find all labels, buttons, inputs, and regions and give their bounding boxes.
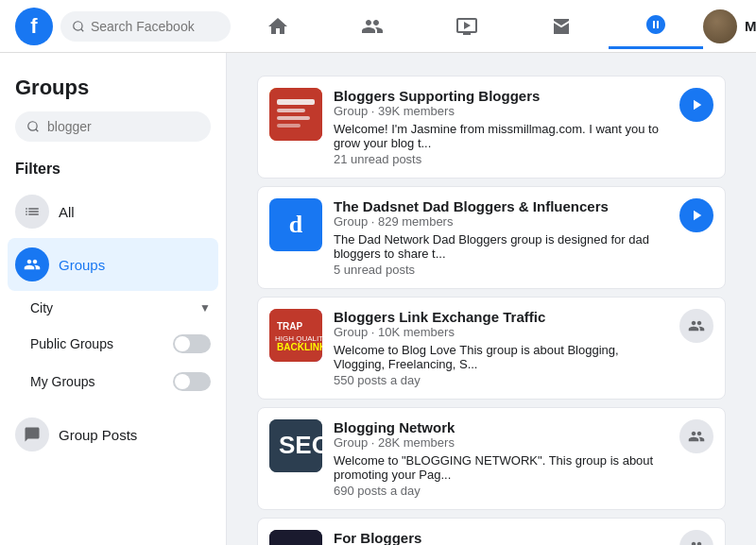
group-card[interactable]: TRAPHIGH QUALITYBACKLINKS Bloggers Link … — [257, 297, 726, 400]
group-posts-icon — [15, 417, 49, 451]
group-thumbnail — [269, 530, 322, 545]
sidebar-search-box[interactable] — [15, 111, 211, 142]
filters-label: Filters — [8, 157, 218, 185]
nav-watch-button[interactable] — [420, 4, 514, 49]
my-groups-label: My Groups — [30, 374, 94, 389]
group-meta: Group · 28K members — [334, 435, 668, 450]
group-action[interactable] — [679, 198, 713, 232]
group-info: Bloggers Link Exchange Traffic Group · 1… — [334, 309, 668, 387]
layout: Groups Filters All Groups City ▼ — [0, 53, 756, 545]
group-info: For Bloggers Group · 33K members Share y… — [334, 530, 668, 545]
nav-right: Marc + — [703, 9, 756, 43]
groups-icon — [644, 13, 667, 36]
group-posts-count: 21 unread posts — [334, 152, 668, 166]
nav-home-button[interactable] — [231, 4, 325, 49]
svg-rect-4 — [269, 88, 322, 141]
group-name: For Bloggers — [334, 530, 668, 545]
group-name: Bloggers Link Exchange Traffic — [334, 309, 668, 325]
group-card[interactable]: SEO Blogging Network Group · 28K members… — [257, 407, 726, 510]
svg-line-3 — [36, 129, 39, 132]
avatar[interactable] — [703, 9, 737, 43]
group-thumbnail — [269, 88, 322, 141]
public-groups-toggle[interactable] — [173, 334, 211, 353]
sidebar-city-filter[interactable]: City ▼ — [15, 291, 218, 325]
group-info: Blogging Network Group · 28K members Wel… — [334, 419, 668, 498]
group-posts-count: 550 posts a day — [334, 373, 668, 387]
svg-text:SEO: SEO — [279, 431, 322, 459]
nav-search-input[interactable] — [91, 19, 219, 34]
my-groups-toggle[interactable] — [173, 372, 211, 391]
nav-left: f — [15, 8, 231, 45]
sidebar-sub-filters: City ▼ Public Groups My Groups — [15, 291, 218, 400]
group-join-button[interactable] — [679, 419, 713, 453]
sidebar-item-group-posts[interactable]: Group Posts — [8, 408, 218, 461]
nav-search-box[interactable] — [60, 11, 231, 42]
group-posts-count: 690 posts a day — [334, 484, 668, 498]
nav-friends-button[interactable] — [325, 4, 420, 49]
sidebar-item-groups[interactable]: Groups — [8, 238, 218, 291]
group-description: Welcome to Blog Love This group is about… — [334, 343, 668, 371]
sidebar-search-input[interactable] — [47, 119, 199, 134]
sidebar-my-groups-filter[interactable]: My Groups — [15, 363, 218, 400]
sidebar-item-all[interactable]: All — [8, 185, 218, 238]
svg-text:TRAP: TRAP — [277, 321, 303, 332]
svg-point-2 — [28, 122, 37, 130]
sidebar-search-icon — [26, 119, 40, 134]
group-meta: Group · 39K members — [334, 104, 668, 118]
group-action[interactable] — [679, 88, 713, 122]
chevron-down-icon: ▼ — [199, 301, 211, 315]
nav-groups-button[interactable] — [609, 4, 703, 49]
user-name: Marc — [745, 18, 756, 34]
group-meta: Group · 829 members — [334, 214, 668, 229]
toggle-knob-2 — [175, 374, 190, 389]
group-joined-button[interactable] — [679, 198, 713, 232]
group-joined-button[interactable] — [679, 88, 713, 122]
watch-icon — [455, 15, 478, 38]
city-label: City — [30, 300, 53, 315]
group-name: Blogging Network — [334, 419, 668, 435]
svg-point-0 — [74, 21, 82, 29]
public-groups-label: Public Groups — [30, 336, 113, 351]
nav-marketplace-button[interactable] — [514, 4, 609, 49]
group-card[interactable]: Bloggers Supporting Bloggers Group · 39K… — [257, 76, 726, 179]
svg-rect-6 — [277, 109, 305, 112]
group-meta: Group · 10K members — [334, 325, 668, 339]
search-icon — [72, 19, 85, 34]
svg-line-1 — [81, 28, 84, 31]
group-action[interactable] — [679, 530, 713, 545]
group-join-button[interactable] — [679, 309, 713, 343]
group-action[interactable] — [679, 419, 713, 453]
top-nav: f Marc + — [0, 0, 756, 53]
marketplace-icon — [550, 15, 573, 38]
nav-center — [231, 4, 703, 49]
groups-sidebar-icon — [15, 247, 49, 281]
group-card[interactable]: For Bloggers Group · 33K members Share y… — [257, 518, 726, 545]
friends-icon — [361, 15, 384, 38]
group-posts-label: Group Posts — [59, 427, 137, 443]
group-action[interactable] — [679, 309, 713, 343]
svg-text:BACKLINKS: BACKLINKS — [277, 342, 322, 352]
main-content: Bloggers Supporting Bloggers Group · 39K… — [227, 53, 756, 545]
group-description: The Dad Network Dad Bloggers group is de… — [334, 232, 668, 261]
group-name: Bloggers Supporting Bloggers — [334, 88, 668, 104]
sidebar-all-label: All — [59, 204, 75, 220]
svg-rect-7 — [277, 116, 310, 120]
group-thumbnail: d — [269, 198, 322, 251]
groups-list: Bloggers Supporting Bloggers Group · 39K… — [257, 76, 726, 545]
toggle-knob — [175, 336, 190, 351]
group-info: Bloggers Supporting Bloggers Group · 39K… — [334, 88, 668, 166]
group-card[interactable]: d The Dadsnet Dad Bloggers & Influencers… — [257, 186, 726, 289]
all-icon — [15, 195, 49, 229]
svg-rect-5 — [277, 99, 315, 105]
facebook-logo[interactable]: f — [15, 8, 53, 45]
home-icon — [266, 15, 289, 38]
svg-rect-15 — [269, 530, 322, 545]
sidebar-title: Groups — [8, 68, 218, 111]
group-join-button[interactable] — [679, 530, 713, 545]
sidebar-public-groups-filter[interactable]: Public Groups — [15, 325, 218, 363]
group-info: The Dadsnet Dad Bloggers & Influencers G… — [334, 198, 668, 277]
group-posts-count: 5 unread posts — [334, 263, 668, 277]
sidebar-groups-label: Groups — [59, 257, 105, 273]
group-name: The Dadsnet Dad Bloggers & Influencers — [334, 198, 668, 214]
svg-rect-8 — [277, 124, 301, 128]
